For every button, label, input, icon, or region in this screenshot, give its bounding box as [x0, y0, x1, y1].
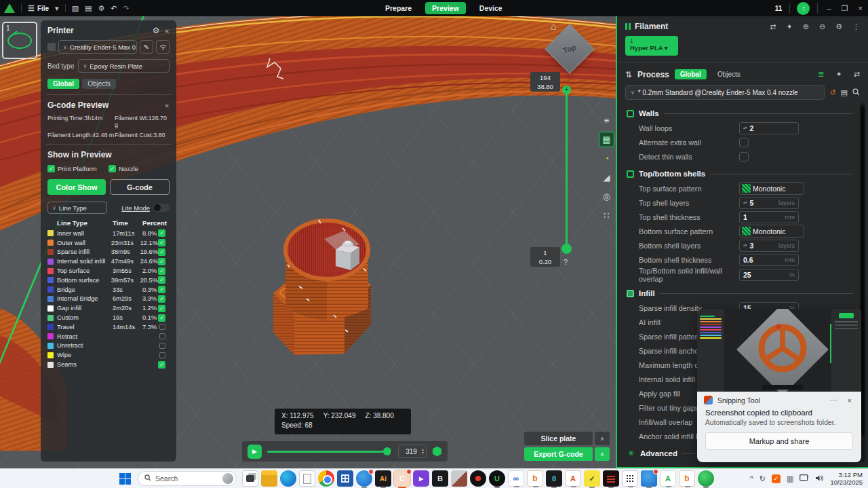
- loop-app-icon[interactable]: ∞: [508, 470, 524, 487]
- task-view-icon[interactable]: [242, 470, 258, 487]
- start-button[interactable]: [119, 473, 131, 485]
- layer-slider-top-handle[interactable]: +: [562, 86, 571, 94]
- collapse-gcode-icon[interactable]: «: [165, 102, 170, 109]
- creality-print-icon[interactable]: C: [394, 470, 410, 487]
- creality-slicer-icon[interactable]: A: [660, 470, 676, 487]
- process-list-icon[interactable]: ≣: [818, 70, 824, 79]
- redo-icon[interactable]: ↷: [123, 0, 130, 16]
- color-show-button[interactable]: Color Show: [47, 179, 106, 195]
- green-utility-icon[interactable]: [698, 470, 714, 487]
- filament-slot[interactable]: 1 Hyper PLA ▾: [625, 36, 678, 56]
- setting-stepper[interactable]: ▴▾3layers: [739, 240, 799, 252]
- filament-color-icon[interactable]: ✦: [786, 22, 792, 31]
- bed-type-select[interactable]: ∨ Epoxy Resin Plate: [78, 59, 170, 73]
- stepper-arrows-icon[interactable]: ▴▾: [743, 126, 747, 130]
- blender-icon[interactable]: b: [527, 470, 543, 487]
- setting-checkbox[interactable]: [739, 138, 749, 147]
- playback-value-stepper[interactable]: 319 ▴▾: [398, 445, 427, 458]
- line-visible-checkbox[interactable]: ✓: [158, 276, 165, 284]
- maximize-button[interactable]: ❐: [840, 4, 850, 13]
- menu-chevron-icon[interactable]: ▾: [55, 0, 59, 16]
- creality-cloud-icon[interactable]: [356, 470, 372, 487]
- plate-thumbnail[interactable]: 1: [2, 22, 37, 59]
- segment-toggle-icon[interactable]: [432, 447, 442, 457]
- checkbox-icon[interactable]: ✓: [47, 165, 55, 172]
- tab-prepare[interactable]: Prepare: [378, 2, 418, 14]
- tray-volume-icon[interactable]: [815, 474, 824, 483]
- line-visible-checkbox[interactable]: ✓: [158, 286, 165, 293]
- notification-more-icon[interactable]: ⋯: [827, 396, 840, 405]
- setting-stepper[interactable]: ▴▾2: [739, 122, 799, 134]
- grid-app-icon[interactable]: [603, 470, 619, 487]
- stepper-arrows-icon[interactable]: ▴▾: [743, 201, 747, 204]
- setting-stepper[interactable]: ▴▾5layers: [739, 197, 799, 209]
- collapse-panel-icon[interactable]: «: [165, 27, 170, 35]
- line-visible-checkbox[interactable]: [159, 324, 165, 330]
- line-visible-checkbox[interactable]: ✓: [158, 239, 165, 246]
- remove-filament-icon[interactable]: ⊖: [819, 22, 825, 31]
- bambu-studio-icon[interactable]: B: [432, 470, 448, 487]
- snipping-tool-notification[interactable]: Snipping Tool ⋯ × Screenshot copied to c…: [697, 309, 861, 462]
- notepad-icon[interactable]: [299, 470, 315, 487]
- setting-checkbox[interactable]: [739, 152, 749, 162]
- process-display-icon[interactable]: ✦: [836, 70, 842, 79]
- process-tab-objects[interactable]: Objects: [712, 69, 746, 79]
- lite-mode-toggle[interactable]: [153, 204, 170, 212]
- model-viewer-icon[interactable]: [451, 470, 467, 487]
- process-preset-select[interactable]: ∨ * 0.2mm Standard @Creality Ender-5 Max…: [625, 85, 825, 100]
- objects-group-icon[interactable]: ∷: [599, 208, 614, 223]
- line-visible-checkbox[interactable]: ✓: [158, 361, 165, 369]
- line-type-select[interactable]: ∨ Line Type: [47, 202, 107, 214]
- line-visible-checkbox[interactable]: ✓: [158, 229, 165, 237]
- taskbar-search[interactable]: Search: [138, 471, 237, 486]
- screenshot-thumbnail[interactable]: [697, 309, 861, 392]
- line-visible-checkbox[interactable]: [159, 352, 165, 358]
- wifi-icon[interactable]: [156, 40, 170, 54]
- setting-input[interactable]: 0.6mm: [739, 254, 799, 266]
- file-menu[interactable]: ☰ File: [28, 0, 49, 16]
- blender-2-icon[interactable]: b: [679, 470, 695, 487]
- notification-count[interactable]: 11: [775, 5, 783, 12]
- layer-slider-help-icon[interactable]: ?: [564, 258, 568, 266]
- filament-settings-icon[interactable]: ⚙: [835, 22, 842, 31]
- autodesk-icon[interactable]: A: [565, 470, 581, 487]
- line-visible-checkbox[interactable]: ✓: [158, 248, 165, 256]
- tab-objects[interactable]: Objects: [82, 79, 116, 89]
- line-visible-checkbox[interactable]: ✓: [158, 267, 165, 275]
- 3ds-max-icon[interactable]: 8: [546, 470, 562, 487]
- printer-settings-icon[interactable]: ⚙: [153, 26, 160, 35]
- edge-browser-icon[interactable]: [280, 470, 296, 487]
- process-compare-icon[interactable]: ⇄: [854, 70, 860, 79]
- ultimaker-cura-icon[interactable]: U: [489, 470, 505, 487]
- filament-sync-icon[interactable]: ⇄: [770, 22, 776, 31]
- close-button[interactable]: ×: [856, 4, 865, 12]
- line-visible-checkbox[interactable]: [159, 343, 165, 349]
- add-filament-icon[interactable]: ⊕: [803, 22, 809, 31]
- process-tab-global[interactable]: Global: [675, 69, 707, 79]
- markup-and-share-button[interactable]: Markup and share: [705, 432, 853, 450]
- line-visible-checkbox[interactable]: ✓: [158, 314, 165, 322]
- playback-slider[interactable]: [267, 451, 393, 453]
- playback-slider-thumb[interactable]: [383, 447, 391, 455]
- line-visible-checkbox[interactable]: ✓: [158, 295, 165, 303]
- home-view-icon[interactable]: ⌂: [551, 20, 557, 32]
- export-gcode-button[interactable]: Export G-code: [524, 447, 593, 461]
- calculator-icon[interactable]: [337, 470, 353, 487]
- save-preset-icon[interactable]: ▤: [841, 88, 848, 97]
- settings-target-icon[interactable]: ◎: [599, 189, 614, 204]
- setting-pattern-select[interactable]: Monotonic: [739, 182, 804, 195]
- tray-checklist-icon[interactable]: ✓: [772, 474, 781, 483]
- tray-sync-icon[interactable]: ↻: [760, 474, 766, 483]
- support-ramp-icon[interactable]: ◢: [599, 170, 614, 185]
- line-visible-checkbox[interactable]: ✓: [158, 258, 165, 265]
- screen-recorder-icon[interactable]: [470, 470, 486, 487]
- slice-options-chevron[interactable]: ∧: [595, 432, 610, 445]
- tab-global[interactable]: Global: [47, 79, 79, 89]
- dotted-app-icon[interactable]: [622, 470, 638, 487]
- edit-printer-icon[interactable]: ✎: [140, 40, 153, 54]
- illustrator-icon[interactable]: Ai: [375, 470, 391, 487]
- media-player-icon[interactable]: ▶: [413, 470, 429, 487]
- search-settings-icon[interactable]: [852, 88, 860, 97]
- sticky-notes-icon[interactable]: ✓: [584, 470, 600, 487]
- export-options-chevron[interactable]: ∧: [595, 447, 610, 461]
